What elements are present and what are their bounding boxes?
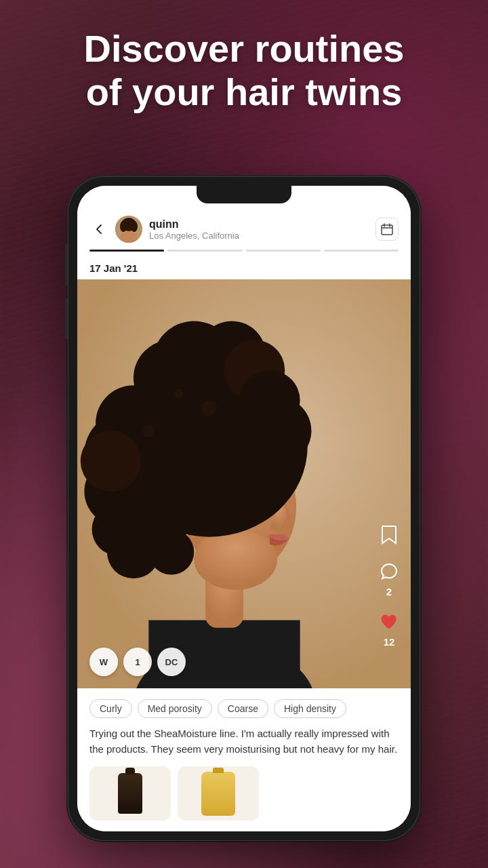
post-badges: W 1 DC xyxy=(89,648,186,676)
progress-bar-2[interactable] xyxy=(167,250,242,252)
svg-point-4 xyxy=(120,221,127,232)
user-name: quinn xyxy=(149,218,369,231)
svg-point-34 xyxy=(201,401,216,416)
svg-point-30 xyxy=(148,530,194,575)
side-actions: 2 12 xyxy=(377,523,401,648)
calendar-button[interactable] xyxy=(375,218,399,241)
svg-point-12 xyxy=(194,530,277,590)
avatar[interactable] xyxy=(115,216,142,243)
svg-point-5 xyxy=(131,221,138,232)
headline-line1: Discover routines xyxy=(83,27,404,70)
product-card-2[interactable] xyxy=(178,766,259,821)
phone-screen: quinn Los Angeles, California xyxy=(77,186,411,831)
svg-point-32 xyxy=(142,425,155,437)
badge-w: W xyxy=(89,648,118,676)
photo-area: 2 12 W 1 DC xyxy=(77,279,411,688)
hair-photo xyxy=(77,279,411,688)
post-date: 17 Jan '21 xyxy=(77,258,411,279)
user-location: Los Angeles, California xyxy=(149,231,369,241)
phone-frame: quinn Los Angeles, California xyxy=(68,176,420,841)
heart-icon[interactable] xyxy=(377,610,401,634)
product-card-1[interactable] xyxy=(89,766,171,821)
badge-dc: DC xyxy=(157,648,186,676)
svg-point-21 xyxy=(81,431,141,491)
bookmark-icon[interactable] xyxy=(377,523,401,547)
product-row xyxy=(89,766,399,821)
headline-line2: of your hair twins xyxy=(86,71,403,113)
svg-point-24 xyxy=(134,340,209,416)
post-description: Trying out the SheaMoisture line. I'm ac… xyxy=(89,726,399,757)
svg-point-31 xyxy=(92,502,145,555)
tag-curly[interactable]: Curly xyxy=(89,699,132,718)
heart-action[interactable]: 12 xyxy=(377,610,401,648)
tag-med-porosity[interactable]: Med porosity xyxy=(138,699,212,718)
progress-bar-4[interactable] xyxy=(324,250,399,252)
progress-bars xyxy=(77,250,411,258)
dark-bottle-icon xyxy=(118,773,142,814)
tag-row: Curly Med porosity Coarse High density xyxy=(89,699,399,718)
user-info: quinn Los Angeles, California xyxy=(149,218,369,241)
phone-wrapper: quinn Los Angeles, California xyxy=(68,176,420,841)
headline-section: Discover routines of your hair twins xyxy=(0,27,488,115)
comment-count: 2 xyxy=(386,586,392,597)
svg-rect-6 xyxy=(382,225,392,235)
badge-1: 1 xyxy=(123,648,152,676)
comment-icon[interactable] xyxy=(377,559,401,584)
progress-bar-1[interactable] xyxy=(89,250,164,252)
progress-bar-3[interactable] xyxy=(246,250,321,252)
comment-action[interactable]: 2 xyxy=(377,559,401,597)
bookmark-action[interactable] xyxy=(377,523,401,547)
cream-bottle-icon xyxy=(201,772,235,816)
headline-text: Discover routines of your hair twins xyxy=(41,27,447,115)
tag-coarse[interactable]: Coarse xyxy=(218,699,268,718)
svg-point-33 xyxy=(174,389,183,397)
bottom-content: Curly Med porosity Coarse High density T… xyxy=(77,688,411,831)
back-button[interactable] xyxy=(89,220,108,239)
heart-count: 12 xyxy=(384,636,395,648)
app-header: quinn Los Angeles, California xyxy=(77,186,411,250)
tag-high-density[interactable]: High density xyxy=(274,699,346,718)
svg-point-27 xyxy=(239,370,300,431)
